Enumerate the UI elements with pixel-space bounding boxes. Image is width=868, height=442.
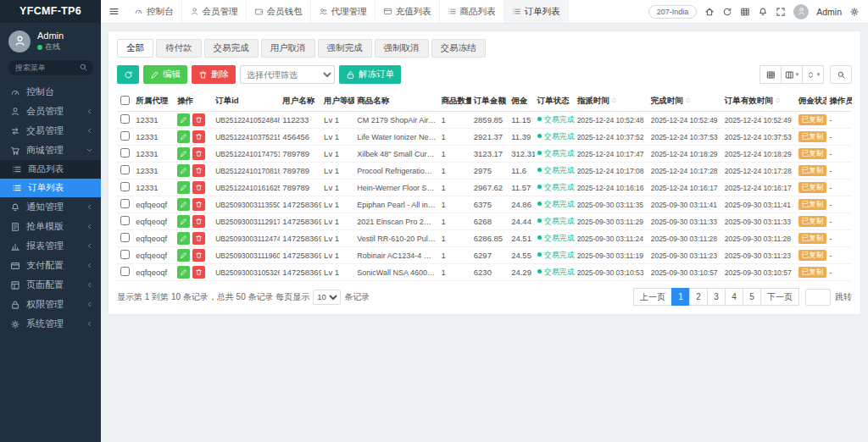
row-edit-button[interactable] <box>177 249 190 262</box>
agent-filter-select[interactable]: 选择代理筛选 <box>240 65 335 84</box>
filter-tab-force-cancel[interactable]: 强制取消 <box>375 39 429 58</box>
columns-button[interactable]: ▾ <box>781 65 803 84</box>
row-edit-button[interactable] <box>177 215 190 228</box>
tab-console[interactable]: 控制台 <box>126 0 182 23</box>
row-checkbox[interactable] <box>120 250 130 259</box>
column-header[interactable]: 订单状态 <box>535 91 575 112</box>
page-button-2[interactable]: 2 <box>689 288 708 306</box>
export-button[interactable]: ▾ <box>802 65 824 84</box>
row-edit-button[interactable] <box>177 147 190 160</box>
filter-tab-all[interactable]: 全部 <box>117 39 153 58</box>
row-checkbox[interactable] <box>120 131 130 141</box>
column-header[interactable]: 佣金 <box>509 91 534 112</box>
user-avatar[interactable] <box>8 30 31 52</box>
column-header[interactable]: 指派时间 <box>575 91 648 112</box>
column-header[interactable]: 商品数量 <box>438 91 470 112</box>
notifications-button[interactable] <box>758 7 768 17</box>
sidebar-item-console[interactable]: 控制台 <box>0 82 101 102</box>
row-delete-button[interactable] <box>192 198 205 211</box>
column-header[interactable]: 订单id <box>213 91 280 112</box>
edit-button[interactable]: 编辑 <box>143 65 187 84</box>
row-edit-button[interactable] <box>177 113 190 126</box>
row-delete-button[interactable] <box>192 181 205 194</box>
page-jump-input[interactable] <box>805 289 831 306</box>
row-delete-button[interactable] <box>192 130 205 143</box>
sidebar-item-report[interactable]: 报表管理 <box>0 236 101 256</box>
column-header[interactable]: 商品名称 <box>354 91 438 112</box>
column-header[interactable]: 操作员 <box>826 91 852 112</box>
row-checkbox[interactable] <box>120 114 130 124</box>
filter-tab-pending-payment[interactable]: 待付款 <box>156 39 202 58</box>
page-button-3[interactable]: 3 <box>707 288 726 306</box>
sidebar-item-system[interactable]: 系统管理 <box>0 314 101 334</box>
toggle-view-button[interactable] <box>760 65 782 84</box>
tab-agent[interactable]: 代理管理 <box>311 0 376 23</box>
delete-button[interactable]: 删除 <box>192 65 236 84</box>
next-page-button[interactable]: 下一页 <box>760 288 799 306</box>
filter-tab-user-cancel[interactable]: 用户取消 <box>261 39 315 58</box>
search-button[interactable] <box>830 65 852 84</box>
row-delete-button[interactable] <box>192 249 205 262</box>
page-button-5[interactable]: 5 <box>743 288 761 306</box>
row-delete-button[interactable] <box>192 232 205 245</box>
sidebar-item-payment-config[interactable]: 支付配置 <box>0 256 101 275</box>
page-button-1[interactable]: 1 <box>671 288 690 306</box>
row-delete-button[interactable] <box>192 215 205 228</box>
topbar-user-name[interactable]: Admin <box>816 7 842 17</box>
tab-order-list[interactable]: 订单列表 <box>504 0 569 23</box>
row-checkbox[interactable] <box>120 233 130 242</box>
page-button-4[interactable]: 4 <box>725 288 743 306</box>
row-delete-button[interactable] <box>192 164 205 177</box>
row-edit-button[interactable] <box>177 181 190 194</box>
column-header[interactable]: 用户名称 <box>280 91 321 112</box>
tab-product-list[interactable]: 商品列表 <box>440 0 504 23</box>
sidebar-item-page-config[interactable]: 页面配置 <box>0 275 101 295</box>
row-delete-button[interactable] <box>192 113 205 126</box>
select-all-checkbox[interactable] <box>120 96 130 105</box>
column-header[interactable]: 操作 <box>175 91 213 112</box>
column-header[interactable]: 所属代理 <box>133 91 175 112</box>
tab-recharge-list[interactable]: 充值列表 <box>376 0 440 23</box>
home-button[interactable] <box>704 7 715 17</box>
apps-button[interactable] <box>740 7 750 17</box>
row-checkbox[interactable] <box>120 148 130 157</box>
page-size-select[interactable]: 10 <box>313 290 341 305</box>
row-checkbox[interactable] <box>120 199 130 208</box>
refresh-page-button[interactable] <box>722 7 732 17</box>
fullscreen-button[interactable] <box>776 7 786 17</box>
row-edit-button[interactable] <box>177 164 190 177</box>
prev-page-button[interactable]: 上一页 <box>633 288 672 306</box>
row-edit-button[interactable] <box>177 130 190 143</box>
tab-member[interactable]: 会员管理 <box>182 0 247 23</box>
row-checkbox[interactable] <box>120 182 130 191</box>
row-edit-button[interactable] <box>177 198 190 211</box>
sidebar-item-product-list[interactable]: 商品列表 <box>0 160 101 179</box>
sidebar-toggle-button[interactable] <box>101 6 126 17</box>
column-header[interactable]: 订单有效时间 <box>722 91 796 112</box>
row-delete-button[interactable] <box>192 266 205 279</box>
column-header[interactable]: 用户等级 <box>321 91 354 112</box>
filter-tab-trade-frozen[interactable]: 交易冻结 <box>431 39 486 58</box>
settings-button[interactable] <box>849 7 860 17</box>
topbar-avatar[interactable] <box>793 4 809 19</box>
sidebar-item-notice[interactable]: 通知管理 <box>0 197 101 217</box>
sidebar-item-trade[interactable]: 交易管理 <box>0 121 101 141</box>
sidebar-item-permission[interactable]: 权限管理 <box>0 295 101 314</box>
row-edit-button[interactable] <box>177 232 190 245</box>
region-button[interactable]: 207-India <box>648 5 698 19</box>
row-checkbox[interactable] <box>120 165 130 174</box>
sidebar-item-order-list[interactable]: 订单列表 <box>0 179 101 197</box>
sidebar-item-grab-template[interactable]: 抢单模版 <box>0 217 101 236</box>
row-edit-button[interactable] <box>177 266 190 279</box>
column-header[interactable]: 订单金额 <box>471 91 509 112</box>
filter-tab-force-complete[interactable]: 强制完成 <box>318 39 372 58</box>
sidebar-item-mall[interactable]: 商城管理 <box>0 141 101 160</box>
row-checkbox[interactable] <box>120 216 130 225</box>
column-header[interactable]: 完成时间 <box>648 91 722 112</box>
page-jump-button[interactable]: 跳转 <box>835 291 852 303</box>
sidebar-item-member[interactable]: 会员管理 <box>0 102 101 121</box>
row-delete-button[interactable] <box>192 147 205 160</box>
column-header[interactable]: 佣金状态 <box>796 91 827 112</box>
filter-tab-trade-complete[interactable]: 交易完成 <box>204 39 259 58</box>
tab-member-wallet[interactable]: 会员钱包 <box>247 0 311 23</box>
